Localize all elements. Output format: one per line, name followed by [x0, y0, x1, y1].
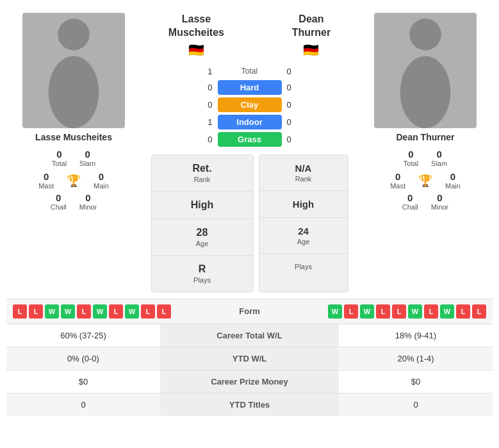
left-form-badge: W	[93, 304, 107, 319]
left-main-label: Main	[94, 182, 109, 190]
left-plays-stat: R Plays	[152, 256, 253, 292]
right-form-badge: L	[376, 304, 390, 319]
left-mast-value: 0	[38, 171, 54, 182]
right-form-badge: W	[408, 304, 422, 319]
right-total-label: Total	[404, 160, 418, 167]
surface-badge-clay: Clay	[218, 97, 282, 112]
stat-right-val: 20% (1-4)	[339, 347, 493, 370]
left-form-badge: W	[61, 304, 75, 319]
right-main-label: Main	[445, 182, 461, 190]
left-total-value: 0	[52, 149, 67, 160]
left-age-value: 28	[157, 227, 248, 238]
right-center-card: N/A Rank High 24 Age Plays	[259, 154, 348, 292]
left-form-badges: LLWWLWLWLL	[13, 304, 171, 319]
total-left-val: 1	[197, 67, 213, 76]
left-chall-value: 0	[51, 192, 67, 203]
surface-row-clay: 0 Clay 0	[197, 97, 303, 112]
right-slam-block: 0 Slam	[431, 149, 447, 167]
left-flag: 🇩🇪	[168, 42, 224, 58]
left-center-card: Ret. Rank High 28 Age R Plays	[151, 154, 254, 292]
left-total-label: Total	[52, 160, 67, 167]
left-rank-value: Ret.	[157, 163, 248, 174]
surface-badge-indoor: Indoor	[218, 115, 282, 129]
right-player-photo	[374, 13, 477, 128]
center-col: Lasse Muscheites 🇩🇪 Dean Thurner 🇩🇪 1 To…	[135, 13, 364, 292]
surface-left-hard: 0	[197, 83, 213, 92]
stat-right-val: 0	[339, 393, 493, 416]
svg-point-3	[400, 56, 451, 129]
stat-center-label: YTD Titles	[160, 393, 339, 416]
right-age-value: 24	[265, 226, 343, 236]
right-form-badge: L	[392, 304, 406, 319]
left-minor-label: Minor	[79, 203, 97, 211]
left-form-badge: L	[29, 304, 43, 319]
stat-left-val: 0% (0-0)	[6, 347, 160, 370]
left-plays-value: R	[157, 263, 248, 275]
right-mast-block: 0 Mast	[390, 171, 405, 190]
left-form-badge: L	[77, 304, 91, 319]
right-slam-value: 0	[431, 149, 447, 160]
stats-row: $0 Career Prize Money $0	[6, 370, 493, 393]
right-form-badge: L	[344, 304, 358, 319]
right-minor-value: 0	[431, 192, 449, 203]
left-minor-value: 0	[79, 192, 97, 203]
surface-left-indoor: 1	[197, 117, 213, 127]
right-form-badges: WLWLLWLWLL	[328, 304, 486, 319]
left-form-badge: W	[45, 304, 59, 319]
left-trophy-icon: 🏆	[67, 174, 81, 188]
right-form-badge: L	[456, 304, 470, 319]
surface-left-grass: 0	[197, 135, 213, 144]
right-form-badge: L	[472, 304, 486, 319]
left-main-value: 0	[94, 171, 109, 182]
stat-left-val: 0	[6, 393, 160, 416]
right-high-stat: High	[259, 191, 348, 218]
right-chall-block: 0 Chall	[402, 192, 418, 211]
surface-right-clay: 0	[287, 100, 303, 110]
surface-badge-grass: Grass	[218, 132, 282, 147]
main-container: Lasse Muscheites 0 Total 0 Slam 0 Mast 🏆	[0, 0, 499, 422]
right-chall-value: 0	[402, 192, 418, 203]
right-player-stats-row2: 0 Mast 🏆 0 Main	[390, 171, 461, 190]
stat-right-val: 18% (9-41)	[339, 324, 493, 347]
left-player-name: Lasse Muscheites	[35, 132, 112, 142]
left-rank-label: Rank	[157, 176, 248, 183]
right-minor-block: 0 Minor	[431, 192, 449, 211]
left-high-value: High	[157, 199, 248, 211]
left-form-badge: L	[109, 304, 123, 319]
right-age-label: Age	[265, 238, 343, 245]
stat-center-label: YTD W/L	[160, 347, 339, 370]
svg-point-2	[409, 19, 441, 51]
total-label: Total	[218, 67, 282, 76]
left-rank-stat: Ret. Rank	[152, 155, 253, 192]
right-flag: 🇩🇪	[292, 42, 331, 58]
right-total-block: 0 Total	[404, 149, 418, 167]
right-mast-value: 0	[390, 171, 405, 182]
right-plays-label: Plays	[265, 263, 343, 270]
stat-left-val: 60% (37-25)	[6, 324, 160, 347]
left-player-photo	[22, 13, 125, 128]
right-age-stat: 24 Age	[259, 218, 348, 254]
left-form-badge: L	[13, 304, 27, 319]
stats-row: 0 YTD Titles 0	[6, 393, 493, 416]
left-player-col: Lasse Muscheites 0 Total 0 Slam 0 Mast 🏆	[13, 13, 135, 292]
right-plays-stat: Plays	[259, 254, 348, 278]
stats-table: 60% (37-25) Career Total W/L 18% (9-41) …	[6, 324, 493, 416]
surface-left-clay: 0	[197, 100, 213, 110]
surface-rows: 0 Hard 0 0 Clay 0 1 Indoor 0 0 Grass 0	[197, 80, 303, 149]
stat-right-val: $0	[339, 370, 493, 393]
right-chall-label: Chall	[402, 203, 418, 211]
right-player-stats-row3: 0 Chall 0 Minor	[402, 192, 449, 211]
form-section: LLWWLWLWLL Form WLWLLWLWLL	[6, 299, 493, 324]
right-main-value: 0	[445, 171, 461, 182]
left-age-stat: 28 Age	[152, 219, 253, 256]
left-minor-block: 0 Minor	[79, 192, 97, 211]
left-player-stats-row2: 0 Mast 🏆 0 Main	[38, 171, 109, 190]
right-form-badge: W	[328, 304, 342, 319]
left-slam-value: 0	[79, 149, 95, 160]
svg-point-0	[58, 19, 90, 51]
left-slam-label: Slam	[79, 160, 95, 167]
right-form-badge: W	[360, 304, 374, 319]
stats-row: 0% (0-0) YTD W/L 20% (1-4)	[6, 347, 493, 370]
left-total-block: 0 Total	[52, 149, 67, 167]
right-total-value: 0	[404, 149, 418, 160]
